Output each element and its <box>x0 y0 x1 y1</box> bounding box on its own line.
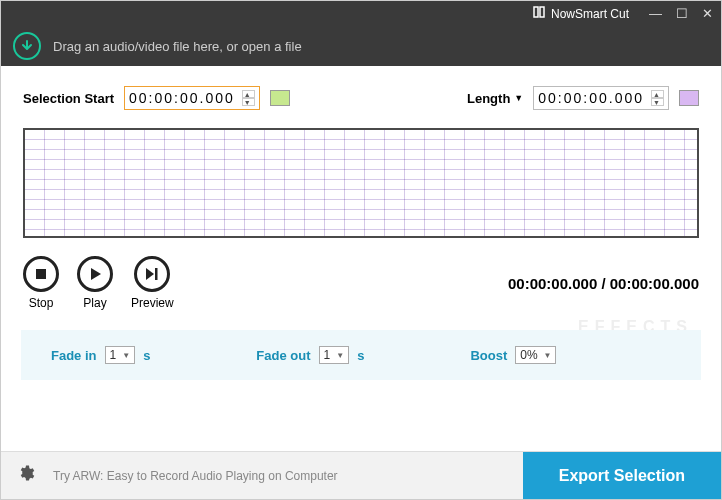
footer: Try ARW: Easy to Record Audio Playing on… <box>1 451 721 499</box>
stop-control: Stop <box>23 256 59 310</box>
export-button[interactable]: Export Selection <box>523 452 721 499</box>
svg-rect-2 <box>36 269 46 279</box>
download-icon <box>13 32 41 60</box>
minimize-button[interactable]: — <box>649 6 662 21</box>
spinner-down-icon[interactable]: ▼ <box>243 98 255 106</box>
fade-out-label: Fade out <box>256 348 310 363</box>
stop-button[interactable] <box>23 256 59 292</box>
fade-out-unit: s <box>357 348 364 363</box>
preview-label: Preview <box>131 296 174 310</box>
preview-button[interactable] <box>134 256 170 292</box>
play-control: Play <box>77 256 113 310</box>
play-label: Play <box>83 296 106 310</box>
settings-button[interactable] <box>17 464 35 487</box>
fade-in-select[interactable]: 1 ▼ <box>105 346 136 364</box>
fade-out-select[interactable]: 1 ▼ <box>319 346 350 364</box>
boost-value: 0% <box>520 348 537 362</box>
chevron-down-icon: ▼ <box>336 351 344 360</box>
selection-start-label: Selection Start <box>23 91 114 106</box>
chevron-down-icon: ▼ <box>544 351 552 360</box>
selection-start-input[interactable]: 00:00:00.000 ▲ ▼ <box>124 86 260 110</box>
effects-panel: Fade in 1 ▼ s Fade out 1 ▼ s Boost 0% ▼ <box>21 330 701 380</box>
chevron-down-icon: ▼ <box>122 351 130 360</box>
total-time: 00:00:00.000 <box>610 275 699 292</box>
length-input[interactable]: 00:00:00.000 ▲ ▼ <box>533 86 669 110</box>
app-window: NowSmart Cut — ☐ ✕ Drag an audio/video f… <box>0 0 722 500</box>
selection-start-spinner[interactable]: ▲ ▼ <box>242 90 255 106</box>
time-row: Selection Start 00:00:00.000 ▲ ▼ Length … <box>23 86 699 110</box>
content-area: Selection Start 00:00:00.000 ▲ ▼ Length … <box>1 66 721 451</box>
fade-in-unit: s <box>143 348 150 363</box>
export-label: Export Selection <box>559 467 685 485</box>
titlebar: NowSmart Cut — ☐ ✕ <box>1 1 721 26</box>
stop-icon <box>35 268 47 280</box>
stop-label: Stop <box>29 296 54 310</box>
maximize-button[interactable]: ☐ <box>676 6 688 21</box>
spinner-up-icon[interactable]: ▲ <box>652 90 664 98</box>
svg-marker-3 <box>91 268 101 280</box>
preview-control: Preview <box>131 256 174 310</box>
preview-icon <box>144 267 160 281</box>
selection-start-value: 00:00:00.000 <box>129 90 235 106</box>
spinner-up-icon[interactable]: ▲ <box>243 90 255 98</box>
length-value: 00:00:00.000 <box>538 90 644 106</box>
length-spinner[interactable]: ▲ ▼ <box>651 90 664 106</box>
waveform-display[interactable] <box>23 128 699 238</box>
close-button[interactable]: ✕ <box>702 6 713 21</box>
spinner-down-icon[interactable]: ▼ <box>652 98 664 106</box>
title-area: NowSmart Cut <box>533 6 629 21</box>
window-controls: — ☐ ✕ <box>649 6 713 21</box>
play-icon <box>88 267 102 281</box>
fade-out-value: 1 <box>324 348 331 362</box>
svg-marker-4 <box>146 268 154 280</box>
length-label-group[interactable]: Length ▼ <box>467 91 523 106</box>
play-button[interactable] <box>77 256 113 292</box>
length-color-chip[interactable] <box>679 90 699 106</box>
transport-row: Stop Play Preview 00:00:00.000 / 00:00:0… <box>23 256 699 310</box>
fade-in-label: Fade in <box>51 348 97 363</box>
boost-select[interactable]: 0% ▼ <box>515 346 556 364</box>
timecode-display: 00:00:00.000 / 00:00:00.000 <box>508 275 699 292</box>
app-title: NowSmart Cut <box>551 7 629 21</box>
svg-rect-0 <box>534 7 538 17</box>
boost-label: Boost <box>470 348 507 363</box>
dropzone[interactable]: Drag an audio/video file here, or open a… <box>1 26 721 66</box>
current-time: 00:00:00.000 <box>508 275 597 292</box>
app-logo-icon <box>533 6 545 21</box>
footer-tip: Try ARW: Easy to Record Audio Playing on… <box>53 469 338 483</box>
fade-in-value: 1 <box>110 348 117 362</box>
length-label: Length <box>467 91 510 106</box>
svg-rect-1 <box>540 7 544 17</box>
gear-icon <box>17 464 35 482</box>
dropzone-text: Drag an audio/video file here, or open a… <box>53 39 302 54</box>
svg-rect-5 <box>155 268 158 280</box>
start-color-chip[interactable] <box>270 90 290 106</box>
chevron-down-icon: ▼ <box>514 93 523 103</box>
